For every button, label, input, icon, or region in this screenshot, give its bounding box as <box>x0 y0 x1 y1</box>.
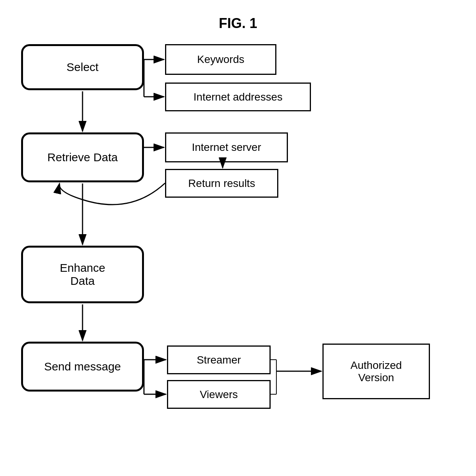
keywords-box: Keywords <box>165 44 276 75</box>
fig-title: FIG. 1 <box>0 15 476 31</box>
authorized-box: Authorized Version <box>322 344 430 399</box>
enhance-box: Enhance Data <box>21 246 144 303</box>
streamer-box: Streamer <box>167 345 271 374</box>
select-box: Select <box>21 44 144 90</box>
internet-server-box: Internet server <box>165 132 288 162</box>
viewers-box: Viewers <box>167 380 271 409</box>
send-box: Send message <box>21 342 144 392</box>
internet-addresses-box: Internet addresses <box>165 83 311 111</box>
retrieve-box: Retrieve Data <box>21 132 144 182</box>
diagram-container: FIG. 1 Select Retrieve Data Enhance Data… <box>0 0 476 476</box>
return-results-box: Return results <box>165 169 278 198</box>
